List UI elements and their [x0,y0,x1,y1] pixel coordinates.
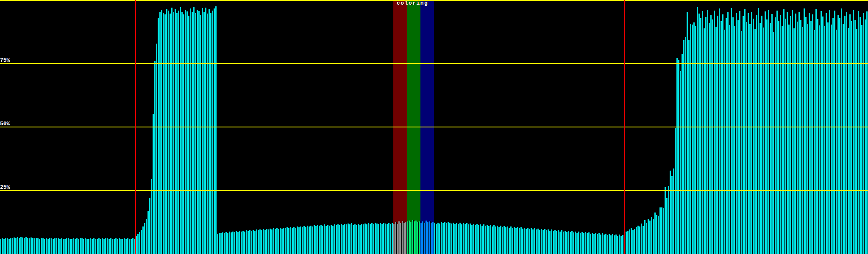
y-axis-label-50: 50% [0,121,10,127]
range-marker-line-2 [624,0,625,254]
range-marker-line-1 [135,0,136,254]
gridline-75 [0,63,868,64]
histogram-scope: 75%50%25% coloring [0,0,868,254]
gridline-25 [0,190,868,191]
gridline-50 [0,127,868,127]
y-axis-label-75: 75% [0,57,10,64]
gridline-100 [0,0,868,1]
chart-title: coloring [397,0,428,6]
y-axis-label-25: 25% [0,184,10,190]
